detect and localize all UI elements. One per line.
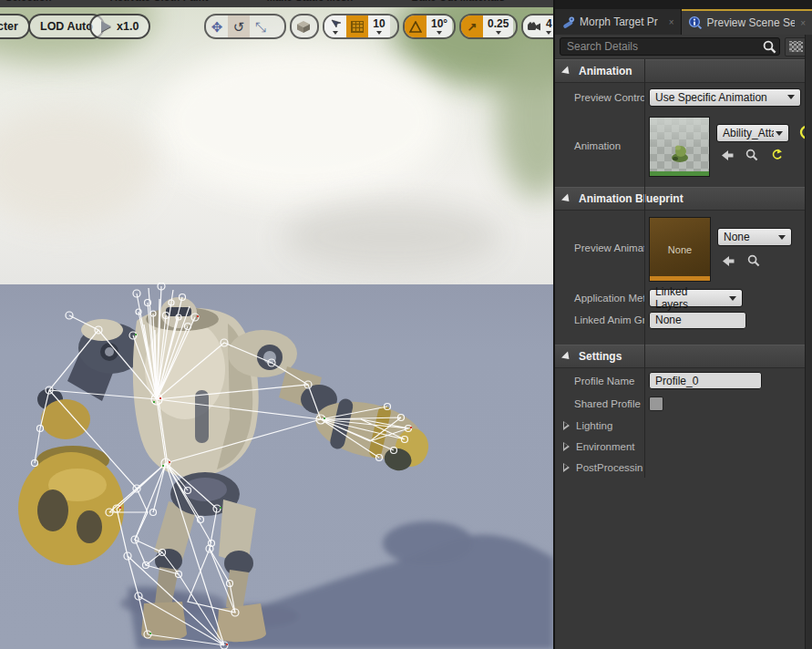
section-animation-blueprint[interactable]: Animation Blueprint	[555, 187, 812, 211]
tab-preview-scene-settings[interactable]: Preview Scene Se ×	[682, 9, 812, 35]
camera-speed-button[interactable]: 4	[523, 15, 553, 37]
panel-scrollbar[interactable]	[805, 35, 812, 649]
asset-type-strip	[650, 276, 710, 281]
profile-name-field[interactable]	[649, 372, 762, 389]
group-postprocessing[interactable]: PostProcessin	[555, 457, 812, 478]
tab-preview-label: Preview Scene Se	[707, 16, 795, 29]
row-preview-animation-blueprint: Preview Animat None None	[555, 211, 812, 287]
scale-snap-toggle[interactable]: ↗	[461, 15, 483, 37]
play-icon	[101, 21, 111, 32]
transform-gizmo-group: ✥ ↺ ⤡	[204, 14, 286, 39]
row-shared-profile: Shared Profile	[555, 393, 812, 415]
shared-profile-checkbox[interactable]	[649, 397, 663, 411]
backdrop-sky-blob	[155, 44, 447, 199]
rotate-icon: ↺	[233, 20, 245, 34]
preview-controller-label: Preview Contro	[555, 92, 644, 103]
expanded-arrow-icon	[561, 351, 572, 362]
magnifier-icon	[747, 254, 760, 267]
preview-controller-dropdown[interactable]: Use Specific Animation	[649, 88, 801, 107]
preview-scene-icon	[688, 15, 703, 30]
surface-snap-button[interactable]	[324, 15, 346, 37]
row-animation-asset: Animation	[555, 111, 812, 182]
section-gap	[555, 331, 812, 345]
chevron-down-icon	[778, 235, 786, 240]
application-method-value: Linked Layers	[655, 285, 722, 311]
coordinate-space-button[interactable]	[290, 14, 319, 39]
tab-morph-label: Morph Target Pr	[580, 15, 658, 28]
group-environment[interactable]: Environment	[555, 436, 812, 457]
grid-snap-toggle[interactable]	[346, 15, 368, 37]
magnifier-icon	[745, 149, 758, 161]
chevron-down-icon	[376, 31, 382, 35]
rotation-snap-group: 10°	[403, 14, 456, 39]
rotation-snap-value-button[interactable]: 10°	[427, 15, 452, 37]
scale-snap-value: 0.25	[488, 18, 509, 29]
grid-snap-group: 10	[323, 14, 399, 39]
rotate-mode-button[interactable]: ↺	[228, 15, 250, 37]
grid-snap-value-button[interactable]: 10	[368, 15, 390, 37]
character-button[interactable]: cter	[0, 14, 30, 39]
playback-speed-button[interactable]: x1.0	[89, 14, 150, 39]
search-icon	[763, 40, 776, 54]
search-input[interactable]	[560, 37, 780, 56]
chevron-down-icon	[546, 31, 551, 35]
group-lighting[interactable]: Lighting	[555, 415, 812, 436]
blueprint-dropdown[interactable]: None	[717, 228, 792, 246]
section-animation-title: Animation	[579, 65, 632, 77]
use-selected-asset-button[interactable]	[716, 146, 738, 164]
section-animation[interactable]: Animation	[555, 59, 812, 83]
animation-asset-dropdown[interactable]: Ability_Atta	[716, 124, 789, 142]
blueprint-thumbnail-text: None	[668, 244, 692, 255]
scale-mode-button[interactable]: ⤡	[250, 15, 272, 37]
world-cube-icon	[292, 15, 315, 37]
preview-bp-label: Preview Animat	[555, 217, 644, 253]
chevron-down-icon	[787, 95, 795, 99]
scale-snap-value-button[interactable]: 0.25	[483, 15, 513, 37]
browse-to-asset-button[interactable]	[741, 146, 763, 164]
lod-auto-label: LOD Auto	[40, 20, 93, 33]
animation-asset-label: Animation	[555, 117, 644, 151]
close-icon[interactable]: ×	[800, 18, 806, 28]
chevron-down-icon	[729, 296, 736, 301]
morph-target-icon	[561, 15, 575, 29]
menu-item[interactable]: Selection	[5, 0, 52, 3]
scale-snap-icon: ↗	[468, 20, 478, 34]
label-value-splitter[interactable]	[644, 59, 645, 478]
scale-icon: ⤡	[255, 20, 266, 34]
viewport-floor	[0, 284, 553, 649]
menu-item[interactable]: Activate Cloth Paint	[110, 0, 209, 3]
tab-morph-target-preview[interactable]: Morph Target Pr ×	[555, 9, 682, 35]
application-method-dropdown[interactable]: Linked Layers	[649, 289, 743, 307]
section-animation-blueprint-title: Animation Blueprint	[579, 192, 684, 205]
chevron-down-icon	[333, 31, 338, 35]
collapsed-arrow-icon	[563, 463, 570, 472]
camera-icon	[528, 22, 542, 32]
arrow-left-icon	[722, 255, 735, 267]
menu-item[interactable]: Make Static Mesh	[267, 0, 354, 3]
scale-snap-group: ↗ 0.25	[459, 14, 518, 39]
lighting-label: Lighting	[576, 420, 612, 431]
blueprint-thumbnail[interactable]: None	[649, 217, 711, 282]
blueprint-value: None	[724, 231, 750, 243]
postprocessing-label: PostProcessin	[576, 462, 643, 473]
move-icon: ✥	[211, 20, 223, 34]
use-selected-asset-button[interactable]	[717, 252, 739, 270]
menu-item[interactable]: Bake Out Materials	[412, 0, 506, 3]
animation-thumbnail[interactable]	[649, 117, 710, 177]
surface-snap-icon	[330, 19, 342, 29]
linked-anim-graph-field[interactable]	[649, 312, 746, 329]
rotation-snap-toggle[interactable]	[405, 15, 427, 37]
reset-animation-button[interactable]	[766, 146, 787, 164]
collapsed-arrow-icon	[563, 442, 570, 451]
asset-type-strip	[650, 171, 709, 176]
backdrop-ground-blob	[283, 203, 501, 272]
panel-top-strip	[555, 0, 812, 8]
preview-viewport[interactable]: SelectionActivate Cloth PaintMake Static…	[0, 0, 553, 649]
viewport-toolbar: cter LOD Auto x1.0 ✥ ↺ ⤡	[0, 14, 553, 41]
browse-to-asset-button[interactable]	[743, 252, 765, 270]
section-settings[interactable]: Settings	[555, 345, 812, 368]
collapsed-arrow-icon	[563, 421, 570, 430]
translate-mode-button[interactable]: ✥	[206, 15, 228, 37]
row-preview-controller: Preview Contro Use Specific Animation	[555, 83, 812, 111]
close-icon[interactable]: ×	[669, 17, 674, 27]
